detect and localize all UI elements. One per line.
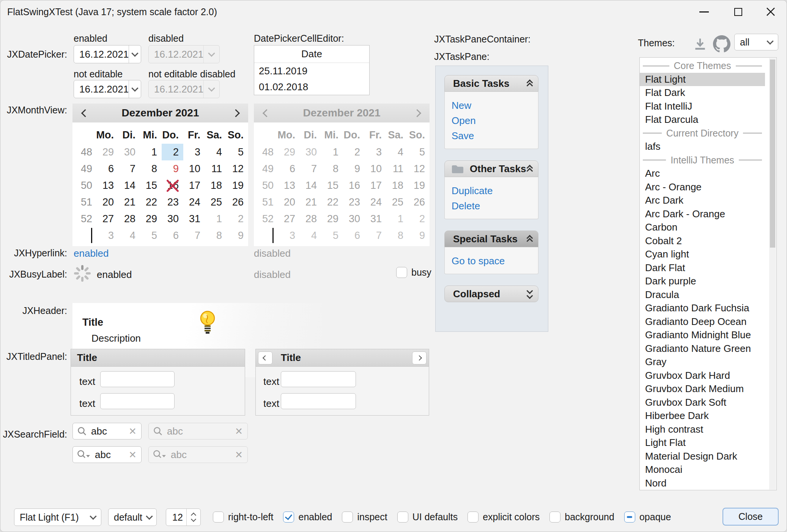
close-window-button[interactable]: [761, 3, 781, 20]
theme-list-item[interactable]: Gruvbox Dark Hard: [640, 369, 765, 383]
theme-list-item[interactable]: Gradianto Nature Green: [640, 342, 765, 356]
theme-list-item[interactable]: High contrast: [640, 423, 765, 436]
theme-list-item[interactable]: Arc: [640, 167, 765, 180]
font-size-spinner[interactable]: 12: [166, 508, 201, 526]
day-cell[interactable]: 6: [162, 227, 183, 244]
checkbox-busy[interactable]: busy: [396, 267, 431, 278]
next-month-button[interactable]: [226, 104, 245, 122]
day-cell[interactable]: 2: [227, 210, 248, 227]
theme-list-item[interactable]: Carbon: [640, 221, 765, 234]
day-cell[interactable]: 3: [97, 227, 118, 244]
theme-list-item[interactable]: Dark Flat: [640, 261, 765, 275]
day-cell[interactable]: 5: [227, 144, 248, 160]
searchfield-enabled[interactable]: ✕: [72, 423, 142, 439]
checkbox-inspect[interactable]: inspect: [342, 512, 387, 523]
maximize-button[interactable]: [728, 3, 748, 20]
day-cell[interactable]: 21: [118, 194, 140, 210]
day-cell[interactable]: 16: [162, 177, 183, 194]
taskpane-header-special-tasks[interactable]: Special Tasks: [444, 231, 538, 247]
theme-list-item[interactable]: Cyan light: [640, 248, 765, 261]
font-combo[interactable]: default: [108, 508, 157, 526]
minimize-button[interactable]: [694, 3, 714, 20]
searchfield-dropdown-enabled[interactable]: ✕: [72, 446, 142, 463]
magnifier-dropdown-icon[interactable]: [73, 449, 91, 460]
theme-list-item[interactable]: Dark purple: [640, 275, 765, 288]
task-link-new[interactable]: New: [452, 98, 538, 113]
checkbox-explicit-colors[interactable]: explicit colors: [467, 512, 540, 523]
table-row[interactable]: 25.11.2019: [254, 63, 369, 79]
day-cell[interactable]: 5: [140, 227, 162, 244]
theme-list-item[interactable]: Material Design Dark: [640, 450, 765, 463]
github-icon[interactable]: [713, 35, 730, 53]
theme-list-item[interactable]: Gruvbox Dark Medium: [640, 382, 765, 396]
day-cell[interactable]: 3: [183, 144, 205, 160]
text-field[interactable]: [100, 371, 175, 387]
panel-prev-button[interactable]: [258, 352, 272, 364]
day-cell[interactable]: 6: [97, 160, 118, 177]
theme-list-item[interactable]: Light Flat: [640, 436, 765, 450]
theme-list-item[interactable]: Gray: [640, 355, 765, 369]
taskpane-header-other-tasks[interactable]: Other Tasks: [444, 160, 538, 177]
theme-list-item[interactable]: Dracula: [640, 288, 765, 302]
day-cell[interactable]: 7: [118, 160, 140, 177]
day-cell[interactable]: 20: [97, 194, 118, 210]
day-cell[interactable]: 15: [140, 177, 162, 194]
text-field[interactable]: [281, 393, 356, 409]
theme-list-item[interactable]: Cobalt 2: [640, 234, 765, 248]
theme-list-item[interactable]: Arc Dark: [640, 194, 765, 207]
day-cell[interactable]: 23: [162, 194, 183, 210]
checkbox-opaque[interactable]: opaque: [624, 512, 671, 523]
hyperlink-enabled[interactable]: enabled: [74, 248, 109, 259]
day-cell[interactable]: 1: [205, 210, 227, 227]
text-field[interactable]: [100, 393, 175, 409]
day-cell[interactable]: 19: [227, 177, 248, 194]
scrollbar-thumb[interactable]: [770, 60, 775, 248]
prev-month-button[interactable]: [76, 104, 94, 122]
task-link-go-to-space[interactable]: Go to space: [452, 253, 538, 268]
search-input[interactable]: [87, 425, 124, 438]
theme-list-item[interactable]: Hiberbee Dark: [640, 409, 765, 423]
table-column-header[interactable]: Date: [254, 46, 369, 63]
task-link-delete[interactable]: Delete: [452, 198, 538, 213]
day-cell[interactable]: 30: [162, 210, 183, 227]
day-cell[interactable]: 28: [118, 210, 140, 227]
theme-list-item[interactable]: Flat Darcula: [640, 113, 765, 127]
day-cell[interactable]: 2: [162, 144, 183, 160]
day-cell[interactable]: 30: [118, 144, 140, 160]
day-cell[interactable]: 7: [183, 227, 205, 244]
day-cell[interactable]: 22: [140, 194, 162, 210]
day-cell[interactable]: 4: [205, 144, 227, 160]
day-cell[interactable]: 29: [97, 144, 118, 160]
day-cell[interactable]: 24: [183, 194, 205, 210]
day-cell[interactable]: 31: [183, 210, 205, 227]
day-cell[interactable]: 1: [140, 144, 162, 160]
day-cell[interactable]: 4: [118, 227, 140, 244]
day-cell[interactable]: 14: [118, 177, 140, 194]
day-cell[interactable]: 25: [205, 194, 227, 210]
theme-list-item[interactable]: lafs: [640, 140, 765, 154]
task-link-duplicate[interactable]: Duplicate: [452, 183, 538, 198]
theme-list-item[interactable]: Gruvbox Dark Soft: [640, 396, 765, 410]
clear-x-icon[interactable]: ✕: [124, 426, 141, 437]
day-cell[interactable]: 11: [205, 160, 227, 177]
table-row[interactable]: 01.02.2018: [254, 79, 369, 95]
checkbox-ui-defaults[interactable]: UI defaults: [397, 512, 458, 523]
day-cell[interactable]: 13: [97, 177, 118, 194]
datepicker-dropdown-button[interactable]: [129, 80, 141, 98]
theme-list-item[interactable]: Gradianto Deep Ocean: [640, 315, 765, 329]
search-input[interactable]: [91, 449, 124, 461]
day-cell[interactable]: 10: [183, 160, 205, 177]
day-cell[interactable]: 9: [162, 160, 183, 177]
taskpane-header-collapsed[interactable]: Collapsed: [444, 286, 538, 302]
checkbox-background[interactable]: background: [549, 512, 614, 523]
day-cell[interactable]: 29: [140, 210, 162, 227]
day-cell[interactable]: 12: [227, 160, 248, 177]
day-cell[interactable]: 26: [227, 194, 248, 210]
spinner-buttons[interactable]: [186, 509, 200, 526]
day-cell[interactable]: 8: [140, 160, 162, 177]
text-field[interactable]: [281, 371, 356, 387]
task-link-open[interactable]: Open: [452, 113, 538, 128]
datepicker-enabled[interactable]: 16.12.2021: [74, 45, 141, 63]
day-cell[interactable]: 17: [183, 177, 205, 194]
datepicker-not-editable[interactable]: 16.12.2021: [74, 80, 141, 98]
